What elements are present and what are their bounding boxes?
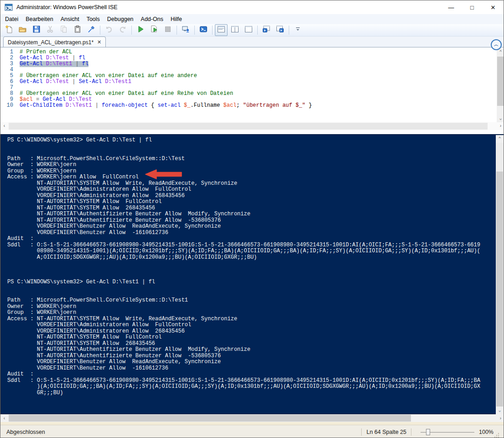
window-script-icon <box>262 25 270 35</box>
console-line: Access : WORKER\joern Allow FullControl <box>7 174 495 181</box>
console-line: PS C:\WINDOWS\system32> Get-Acl D:\Test … <box>7 137 495 144</box>
console-line: GR;;;BU) <box>7 390 495 396</box>
editor-vertical-scrollbar[interactable]: ⌃ ⌄ <box>497 48 504 122</box>
layout-max-icon <box>244 25 253 35</box>
run-selection-button[interactable] <box>148 24 161 36</box>
menu-item-tools[interactable]: Tools <box>83 15 104 23</box>
console-line: A;OICIIOID;SDGXGWGR;;;AU)(A;ID;0x1200a9;… <box>7 255 495 261</box>
clear-console-icon <box>87 25 95 35</box>
start-powershell-button[interactable] <box>197 24 210 36</box>
script-pane-top-button[interactable] <box>215 24 228 36</box>
console-scroll-thumb[interactable] <box>496 172 503 407</box>
toolbar-group <box>102 24 130 36</box>
console-line <box>7 150 495 156</box>
new-script-icon <box>5 25 13 35</box>
run-selection-icon <box>150 25 158 35</box>
scroll-right-icon[interactable]: › <box>497 122 504 130</box>
toolbar-separator <box>177 26 177 35</box>
stop-button[interactable] <box>161 24 174 36</box>
copy-button[interactable] <box>57 24 70 36</box>
toolbar-separator <box>194 26 195 35</box>
scroll-right-icon[interactable]: › <box>497 414 504 422</box>
editor-line: 6Get-Acl D:\Test | Set-Acl D:\Test1 <box>0 79 495 85</box>
console-line: )(A;OICIIOID;GA;;;BA)(A;ID;FA;;;SY)(A;OI… <box>7 384 495 390</box>
script-pane-right-button[interactable] <box>229 24 241 36</box>
window-title: Administrator: Windows PowerShell ISE <box>16 4 118 10</box>
scroll-down-icon[interactable]: ⌄ <box>496 407 504 414</box>
layout-top-icon <box>217 25 225 35</box>
scroll-left-icon[interactable]: ‹ <box>0 122 8 130</box>
status-bar: Abgeschlossen Ln 64 Spalte 25 100% <box>0 425 504 438</box>
zoom-slider-thumb[interactable] <box>426 429 430 435</box>
maximize-button[interactable]: □ <box>462 0 483 14</box>
console-vertical-scrollbar[interactable]: ⌃ ⌄ <box>496 135 504 414</box>
menu-bar: DateiBearbeitenAnsichtToolsDebuggenAdd-O… <box>0 14 504 24</box>
console-line: Audit : <box>7 371 495 378</box>
open-folder-icon <box>19 25 27 35</box>
redo-icon <box>119 25 127 35</box>
console-hscroll-thumb[interactable] <box>9 415 411 422</box>
menu-item-datei[interactable]: Datei <box>1 15 22 23</box>
menu-item-add-ons[interactable]: Add-Ons <box>137 15 167 23</box>
toolbar-overflow-button[interactable] <box>291 24 304 36</box>
line-column-indicator: Ln 64 Spalte 25 <box>366 429 406 435</box>
scroll-left-icon[interactable]: ‹ <box>0 414 8 422</box>
zoom-slider[interactable] <box>421 428 474 436</box>
new-remote-powershell-tab-button[interactable] <box>179 24 192 36</box>
undo-button[interactable] <box>103 24 115 36</box>
paste-button[interactable] <box>71 24 84 36</box>
selected-code: Get-Acl D:\Test1 | fl <box>20 61 88 67</box>
console-pane[interactable]: PS C:\WINDOWS\system32> Get-Acl D:\Test … <box>0 134 504 414</box>
menu-item-hilfe[interactable]: Hilfe <box>167 15 186 23</box>
run-script-button[interactable] <box>134 24 147 36</box>
console-line: NT-AUTORITÄT\Authentifizierte Benutzer A… <box>7 347 495 353</box>
show-console-pane-button[interactable] <box>274 24 286 36</box>
collapse-script-pane-button[interactable]: ︿ <box>491 39 502 50</box>
clear-console-button[interactable] <box>85 24 98 36</box>
show-script-pane-button[interactable] <box>260 24 273 36</box>
tab-close-icon[interactable]: ✕ <box>97 40 101 45</box>
redo-button[interactable] <box>116 24 129 36</box>
script-pane-maximized-button[interactable] <box>242 24 255 36</box>
editor-hscroll-thumb[interactable] <box>9 123 488 130</box>
menu-item-debuggen[interactable]: Debuggen <box>104 15 137 23</box>
toolbar-group <box>291 24 305 36</box>
new-script-button[interactable] <box>3 24 16 36</box>
editor-line: 3Get-Acl D:\Test1 | fl <box>0 61 495 67</box>
console-line: NT-AUTORITÄT\SYSTEM Allow 268435456 <box>7 205 495 212</box>
scroll-up-icon[interactable]: ⌃ <box>496 135 504 143</box>
scroll-down-icon[interactable]: ⌄ <box>497 115 504 122</box>
menu-item-ansicht[interactable]: Ansicht <box>57 15 83 23</box>
console-line <box>7 273 495 279</box>
toolbar-separator <box>212 26 213 35</box>
toolbar-group <box>179 24 192 36</box>
console-line: Group : WORKER\joern <box>7 168 495 175</box>
console-line: NT-AUTORITÄT\SYSTEM Allow FullControl <box>7 199 495 205</box>
powershell-console-icon <box>199 25 208 35</box>
undo-icon <box>105 25 113 35</box>
window-console-icon <box>276 25 284 35</box>
open-script-button[interactable] <box>16 24 29 36</box>
cut-button[interactable] <box>44 24 57 36</box>
console-line: VORDEFINIERT\Administratoren Allow 26843… <box>7 193 495 199</box>
resize-grip-icon[interactable] <box>494 433 499 438</box>
minimize-button[interactable]: — <box>441 0 462 14</box>
console-horizontal-scrollbar[interactable]: ‹ › <box>0 414 504 422</box>
editor-scroll-thumb[interactable] <box>497 57 504 106</box>
console-line: Path : Microsoft.PowerShell.Core\FileSys… <box>7 297 495 304</box>
close-button[interactable]: ✕ <box>483 0 504 14</box>
console-line <box>7 285 495 292</box>
console-output: PS C:\WINDOWS\system32> Get-Acl D:\Test … <box>7 137 495 396</box>
console-line: Sddl : O:S-1-5-21-3666466573-661908980-3… <box>7 242 495 249</box>
console-line: VORDEFINIERT\Benutzer Allow ReadAndExecu… <box>7 359 495 365</box>
menu-item-bearbeiten[interactable]: Bearbeiten <box>22 15 57 23</box>
script-tab[interactable]: Dateisystem_ACL_übertragen.ps1* ✕ <box>3 36 106 47</box>
console-line: PS C:\WINDOWS\system32> Get-Acl D:\Test1… <box>7 279 495 286</box>
script-editor-pane[interactable]: ︿ 1# Prüfen der ACL2Get-Acl D:\Test | fl… <box>0 47 504 129</box>
console-line <box>7 261 495 267</box>
editor-horizontal-scrollbar[interactable]: ‹ › <box>0 122 504 130</box>
console-line: NT-AUTORITÄT\SYSTEM Allow 268435456 <box>7 341 495 347</box>
console-line: NT-AUTORITÄT\Authentifizierte Benutzer A… <box>7 353 495 360</box>
save-button[interactable] <box>30 24 43 36</box>
script-tab-label: Dateisystem_ACL_übertragen.ps1* <box>8 39 94 46</box>
